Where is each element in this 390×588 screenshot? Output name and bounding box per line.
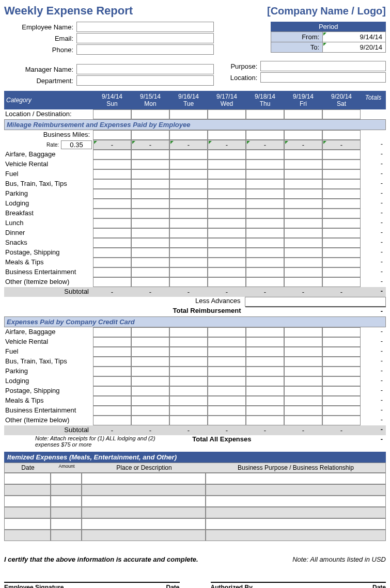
cell[interactable] — [93, 130, 131, 140]
expense-cell[interactable] — [169, 150, 208, 160]
expense-cell[interactable] — [208, 189, 246, 199]
itemized-cell[interactable] — [82, 473, 206, 484]
purpose-input[interactable] — [260, 61, 386, 71]
expense-cell[interactable] — [169, 199, 208, 209]
expense-cell[interactable] — [93, 218, 131, 228]
cell[interactable] — [246, 130, 284, 140]
itemized-cell[interactable] — [206, 473, 386, 484]
expense-cell[interactable] — [322, 228, 361, 238]
expense-cell[interactable] — [93, 179, 131, 189]
expense-cell[interactable] — [208, 367, 246, 376]
expense-cell[interactable] — [169, 357, 208, 367]
expense-cell[interactable] — [208, 228, 246, 238]
expense-cell[interactable] — [208, 150, 246, 160]
cell[interactable] — [322, 130, 361, 140]
expense-cell[interactable] — [169, 209, 208, 218]
cell[interactable] — [93, 109, 131, 119]
expense-cell[interactable] — [322, 199, 361, 209]
department-input[interactable] — [76, 75, 214, 86]
expense-cell[interactable] — [322, 386, 361, 396]
expense-cell[interactable] — [93, 228, 131, 238]
expense-cell[interactable] — [169, 327, 208, 337]
expense-cell[interactable] — [246, 406, 284, 416]
expense-cell[interactable] — [169, 367, 208, 376]
itemized-cell[interactable] — [82, 496, 206, 507]
expense-cell[interactable] — [322, 189, 361, 199]
expense-cell[interactable] — [284, 337, 322, 347]
itemized-cell[interactable] — [4, 496, 51, 507]
expense-cell[interactable] — [169, 228, 208, 238]
expense-cell[interactable] — [246, 258, 284, 267]
manager-input[interactable] — [76, 64, 214, 74]
itemized-cell[interactable] — [51, 518, 82, 530]
expense-cell[interactable] — [246, 267, 284, 277]
expense-cell[interactable] — [208, 396, 246, 406]
expense-cell[interactable] — [93, 386, 131, 396]
expense-cell[interactable] — [246, 327, 284, 337]
expense-cell[interactable] — [208, 337, 246, 347]
itemized-cell[interactable] — [82, 484, 206, 496]
itemized-cell[interactable] — [82, 518, 206, 530]
expense-cell[interactable] — [322, 337, 361, 347]
expense-cell[interactable] — [131, 238, 169, 248]
expense-cell[interactable] — [93, 416, 131, 425]
expense-cell[interactable] — [208, 169, 246, 179]
expense-cell[interactable] — [131, 347, 169, 357]
expense-cell[interactable] — [284, 258, 322, 267]
expense-cell[interactable] — [93, 238, 131, 248]
expense-cell[interactable] — [93, 169, 131, 179]
expense-cell[interactable] — [208, 416, 246, 425]
expense-cell[interactable] — [131, 416, 169, 425]
expense-cell[interactable] — [208, 179, 246, 189]
itemized-cell[interactable] — [4, 518, 51, 530]
expense-cell[interactable] — [93, 406, 131, 416]
expense-cell[interactable] — [169, 347, 208, 357]
expense-cell[interactable] — [322, 357, 361, 367]
itemized-cell[interactable] — [206, 518, 386, 530]
less-advances-input[interactable] — [245, 297, 386, 307]
expense-cell[interactable] — [208, 248, 246, 258]
expense-cell[interactable] — [93, 248, 131, 258]
itemized-cell[interactable] — [82, 530, 206, 541]
expense-cell[interactable] — [169, 189, 208, 199]
expense-cell[interactable] — [284, 248, 322, 258]
cell[interactable] — [284, 130, 322, 140]
cell[interactable] — [322, 109, 361, 119]
expense-cell[interactable] — [169, 258, 208, 267]
expense-cell[interactable] — [131, 160, 169, 169]
expense-cell[interactable] — [93, 376, 131, 386]
expense-cell[interactable] — [169, 160, 208, 169]
expense-cell[interactable] — [284, 228, 322, 238]
expense-cell[interactable] — [322, 396, 361, 406]
itemized-cell[interactable] — [4, 507, 51, 518]
itemized-cell[interactable] — [4, 473, 51, 484]
expense-cell[interactable] — [131, 209, 169, 218]
expense-cell[interactable] — [322, 209, 361, 218]
expense-cell[interactable] — [246, 396, 284, 406]
phone-input[interactable] — [76, 44, 214, 55]
expense-cell[interactable] — [246, 160, 284, 169]
expense-cell[interactable] — [284, 218, 322, 228]
expense-cell[interactable] — [246, 337, 284, 347]
expense-cell[interactable] — [284, 267, 322, 277]
expense-cell[interactable] — [284, 347, 322, 357]
expense-cell[interactable] — [93, 277, 131, 287]
expense-cell[interactable] — [169, 406, 208, 416]
itemized-cell[interactable] — [51, 530, 82, 541]
expense-cell[interactable] — [93, 258, 131, 267]
expense-cell[interactable] — [322, 416, 361, 425]
itemized-cell[interactable] — [4, 484, 51, 496]
expense-cell[interactable] — [169, 169, 208, 179]
expense-cell[interactable] — [131, 357, 169, 367]
cell[interactable] — [131, 130, 169, 140]
expense-cell[interactable] — [322, 327, 361, 337]
itemized-cell[interactable] — [206, 507, 386, 518]
expense-cell[interactable] — [246, 376, 284, 386]
expense-cell[interactable] — [131, 396, 169, 406]
itemized-cell[interactable] — [206, 530, 386, 541]
expense-cell[interactable] — [131, 386, 169, 396]
expense-cell[interactable] — [131, 169, 169, 179]
expense-cell[interactable] — [169, 337, 208, 347]
expense-cell[interactable] — [169, 416, 208, 425]
expense-cell[interactable] — [284, 277, 322, 287]
